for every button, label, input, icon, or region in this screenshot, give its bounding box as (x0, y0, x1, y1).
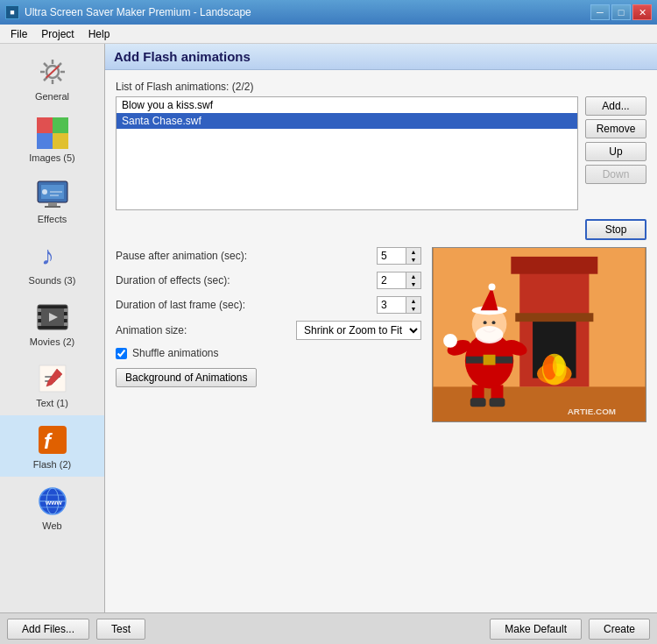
anim-size-label: Animation size: (116, 324, 296, 336)
background-button[interactable]: Background of Animations (116, 368, 257, 387)
animations-row: Blow you a kiss.swf Santa Chase.swf Add.… (116, 96, 646, 210)
sidebar-item-effects[interactable]: Effects (0, 170, 104, 231)
svg-text:www: www (45, 499, 62, 506)
settings-preview-row: Pause after animation (sec): ▲ ▼ Duratio… (116, 247, 646, 422)
stop-button[interactable]: Stop (585, 219, 646, 240)
gear-icon (35, 54, 70, 89)
last-frame-down-arrow[interactable]: ▼ (406, 305, 420, 313)
flash-icon: f (35, 422, 70, 457)
sidebar-item-sounds[interactable]: ♪ Sounds (3) (0, 231, 104, 293)
svg-rect-12 (48, 202, 57, 206)
preview-image: ARTIE.COM (432, 247, 646, 422)
svg-rect-54 (484, 355, 496, 365)
svg-point-46 (553, 356, 565, 377)
svg-rect-21 (38, 315, 41, 319)
list-item[interactable]: Blow you a kiss.swf (117, 97, 577, 113)
pause-up-arrow[interactable]: ▲ (406, 248, 420, 256)
pause-arrows: ▲ ▼ (406, 248, 420, 264)
pause-input[interactable] (378, 249, 406, 263)
duration-label: Duration of effects (sec): (116, 274, 377, 287)
duration-up-arrow[interactable]: ▲ (406, 272, 420, 280)
test-button[interactable]: Test (96, 619, 145, 640)
movies-icon (35, 300, 70, 335)
svg-line-6 (58, 77, 61, 81)
effects-icon (35, 177, 70, 212)
create-button[interactable]: Create (589, 619, 650, 640)
menu-help[interactable]: Help (81, 26, 117, 42)
sidebar-item-web[interactable]: www Web (0, 477, 104, 538)
svg-rect-24 (64, 315, 67, 319)
last-frame-up-arrow[interactable]: ▲ (406, 297, 420, 305)
menu-file[interactable]: File (4, 26, 34, 42)
text-icon (35, 361, 70, 396)
add-files-button[interactable]: Add Files... (7, 619, 89, 640)
sidebar-item-general[interactable]: General (0, 47, 104, 109)
content-area: Add Flash animations List of Flash anima… (105, 44, 657, 612)
sidebar-text-label: Text (1) (36, 398, 68, 408)
svg-rect-61 (490, 398, 505, 407)
sidebar-effects-label: Effects (38, 214, 67, 224)
maximize-button[interactable]: □ (611, 4, 631, 20)
bottom-bar: Add Files... Test Make Default Create (0, 612, 657, 644)
sidebar-item-flash[interactable]: f Flash (2) (0, 415, 104, 477)
sidebar: General Images (5) (0, 44, 105, 612)
sidebar-item-images[interactable]: Images (5) (0, 109, 104, 170)
last-frame-input[interactable] (378, 298, 406, 312)
duration-input[interactable] (378, 273, 406, 287)
svg-point-52 (489, 284, 496, 291)
close-button[interactable]: ✕ (632, 4, 652, 20)
svg-line-5 (44, 63, 47, 67)
settings-column: Pause after animation (sec): ▲ ▼ Duratio… (116, 247, 421, 422)
sidebar-movies-label: Movies (2) (30, 336, 74, 347)
last-frame-label: Duration of last frame (sec): (116, 299, 377, 311)
svg-rect-30 (39, 426, 67, 454)
svg-point-64 (476, 326, 504, 343)
svg-point-56 (443, 334, 457, 348)
pause-row: Pause after animation (sec): ▲ ▼ (116, 247, 421, 265)
shuffle-checkbox[interactable] (116, 348, 127, 359)
svg-rect-60 (470, 398, 486, 407)
pause-label: Pause after animation (sec): (116, 250, 377, 262)
sidebar-sounds-label: Sounds (3) (29, 275, 76, 286)
down-button[interactable]: Down (585, 165, 646, 184)
svg-rect-47 (515, 313, 593, 322)
sidebar-item-movies[interactable]: Movies (2) (0, 293, 104, 354)
svg-rect-22 (38, 322, 41, 326)
svg-rect-41 (511, 257, 597, 274)
duration-down-arrow[interactable]: ▼ (406, 280, 420, 288)
duration-row: Duration of effects (sec): ▲ ▼ (116, 272, 421, 289)
window-title: Ultra Screen Saver Maker Premium - Lands… (25, 6, 251, 18)
up-button[interactable]: Up (585, 142, 646, 161)
anim-size-select[interactable]: Shrink or Zoom to Fit Original Size Stre… (296, 321, 421, 340)
svg-text:♪: ♪ (41, 241, 54, 270)
menu-project[interactable]: Project (34, 26, 81, 42)
minimize-button[interactable]: ─ (590, 4, 610, 20)
sidebar-item-text[interactable]: Text (1) (0, 354, 104, 415)
make-default-button[interactable]: Make Default (490, 619, 582, 640)
main-layout: General Images (5) (0, 44, 657, 612)
svg-point-63 (492, 321, 496, 324)
duration-spinner[interactable]: ▲ ▼ (377, 272, 421, 289)
web-icon: www (35, 484, 70, 519)
title-bar: ■ Ultra Screen Saver Maker Premium - Lan… (0, 0, 657, 25)
list-item-selected[interactable]: Santa Chase.swf (117, 113, 577, 129)
remove-button[interactable]: Remove (585, 119, 646, 138)
shuffle-row: Shuffle animations (116, 347, 421, 359)
add-button[interactable]: Add... (585, 96, 646, 116)
animations-list[interactable]: Blow you a kiss.swf Santa Chase.swf (116, 96, 578, 210)
list-label: List of Flash animations: (2/2) (116, 81, 646, 93)
sidebar-general-label: General (35, 91, 69, 102)
sidebar-web-label: Web (42, 520, 61, 531)
section-title: Add Flash animations (105, 44, 657, 70)
shuffle-label: Shuffle animations (132, 347, 219, 359)
duration-arrows: ▲ ▼ (406, 272, 420, 288)
window-controls: ─ □ ✕ (590, 4, 652, 20)
svg-rect-13 (45, 206, 60, 208)
pause-spinner[interactable]: ▲ ▼ (377, 247, 421, 265)
svg-rect-25 (64, 322, 67, 326)
svg-rect-23 (64, 308, 67, 312)
svg-point-14 (42, 189, 47, 195)
last-frame-spinner[interactable]: ▲ ▼ (377, 296, 421, 314)
images-icon (35, 116, 70, 151)
pause-down-arrow[interactable]: ▼ (406, 256, 420, 264)
